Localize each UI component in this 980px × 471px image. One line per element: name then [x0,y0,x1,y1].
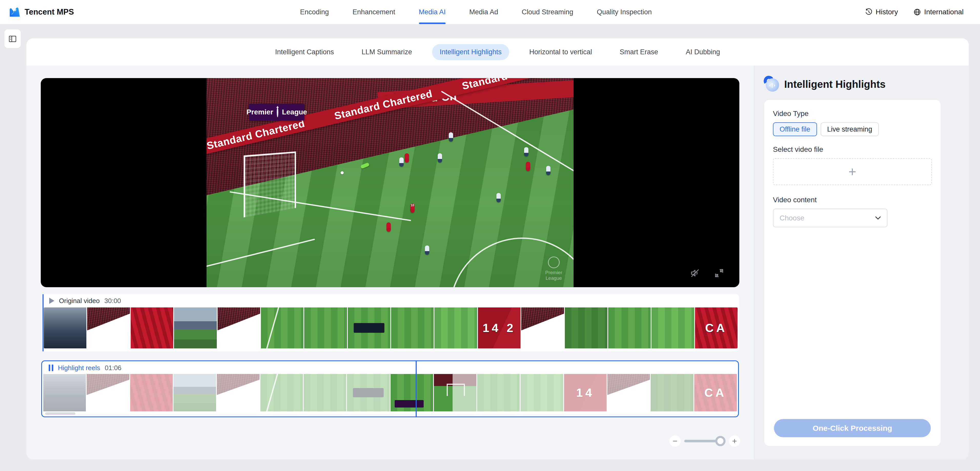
filmstrip-frame-crowd [87,308,130,348]
filmstrip-frame-pitch-line [261,308,304,348]
tab-ai-dubbing[interactable]: AI Dubbing [678,44,728,60]
lion-crest-icon [277,107,278,117]
filmstrip-frame-banner [131,308,173,348]
primary-nav: EncodingEnhancementMedia AIMedia AdCloud… [300,0,652,24]
zoom-slider-thumb[interactable] [715,436,725,446]
player-marker [405,153,409,163]
highlight-track-duration: 01:06 [105,364,121,372]
goal-frame [244,151,296,217]
player-marker [438,153,442,163]
player-marker [524,147,528,156]
player-marker [449,132,453,141]
video-frame: Standard Ch Standard CharteredStandard C… [207,78,574,287]
original-video-track: Original video 30:00 14 2CA [43,294,739,352]
top-navbar: Tencent MPS EncodingEnhancementMedia AIM… [0,0,980,24]
nav-item-media-ad[interactable]: Media Ad [469,0,498,24]
original-track-label: Original video [59,297,100,305]
highlight-track-label: Highlight reels [58,364,100,372]
filmstrip-frame-pitch-light [434,308,477,348]
panel-title: Intelligent Highlights [784,79,886,90]
nav-item-encoding[interactable]: Encoding [300,0,329,24]
player-marker: 10 [410,203,415,213]
intelligent-highlights-icon: ‹|› [764,77,779,92]
horizontal-scrollbar-thumb[interactable] [45,412,75,415]
frame-text: CA [695,308,738,348]
highlight-reels-track[interactable]: Highlight reels 01:06 14CA [41,360,739,417]
navbar-right: History International [865,8,964,16]
original-filmstrip[interactable]: 14 2CA [44,308,738,348]
filmstrip-frame-pitch [304,308,347,348]
original-track-header: Original video 30:00 [43,294,739,308]
zoom-slider-track[interactable] [684,440,725,442]
timeline-zoom-control: − + [670,435,740,447]
upload-dropzone[interactable]: + [773,158,932,185]
locale-label: International [924,8,964,16]
select-placeholder: Choose [780,214,805,222]
filmstrip-frame-pitch-score [391,374,433,411]
filmstrip-frame-pitch-dark [565,308,608,348]
player-marker [387,222,391,232]
filmstrip-frame-pitch [391,308,434,348]
video-type-label: Video Type [773,109,932,118]
one-click-processing-button[interactable]: One-Click Processing [774,419,931,437]
exit-fullscreen-button[interactable] [714,268,724,279]
filmstrip-frame-stadium [44,308,86,348]
filmstrip-frame-scoreboard [348,308,390,348]
filmstrip-frame-banner: CA [695,308,738,348]
highlight-playhead[interactable] [416,360,417,417]
video-type-live-streaming[interactable]: Live streaming [821,122,879,136]
mute-button[interactable] [690,268,700,279]
pause-icon[interactable] [49,365,53,371]
highlight-filmstrip[interactable]: 14CA [43,374,737,411]
zoom-out-button[interactable]: − [670,435,681,447]
original-track-duration: 30:00 [104,297,121,305]
filmstrip-frame-pitch [608,308,651,348]
app-window: Tencent MPS EncodingEnhancementMedia AIM… [0,0,980,471]
tab-llm-summarize[interactable]: LLM Summarize [354,44,420,60]
highlights-form: Video Type Offline fileLive streaming Se… [764,100,940,446]
nav-item-enhancement[interactable]: Enhancement [352,0,395,24]
original-playhead[interactable] [43,294,44,352]
brand-name: Tencent MPS [25,8,74,17]
language-switcher[interactable]: International [913,8,964,16]
filmstrip-frame-crowd [218,308,260,348]
plus-icon: + [848,164,856,179]
sidebar-toggle-button[interactable] [4,29,21,48]
tencent-mps-logo-icon [9,7,21,17]
video-player: Standard Ch Standard CharteredStandard C… [41,78,739,287]
filmstrip-frame-pitch-light [651,308,694,348]
lion-crest-icon [548,257,560,268]
video-type-offline-file[interactable]: Offline file [773,122,817,136]
brand[interactable]: Tencent MPS [9,7,74,17]
premier-league-badge: Premier League [249,104,304,121]
premier-league-watermark: Premier League [545,257,562,281]
highlight-track-header: Highlight reels 01:06 [42,361,738,374]
tab-intelligent-highlights[interactable]: Intelligent Highlights [432,44,509,60]
player-marker [425,246,429,255]
player-marker [526,162,530,171]
zoom-in-button[interactable]: + [729,435,740,447]
filmstrip-frame-crowd [521,308,564,348]
history-button[interactable]: History [865,8,898,16]
video-content-select[interactable]: Choose [773,209,888,227]
player-marker [496,193,501,202]
chevron-down-icon [875,216,881,220]
panel-collapse-icon [9,36,16,42]
nav-item-media-ai[interactable]: Media AI [419,0,445,24]
nav-item-quality-inspection[interactable]: Quality Inspection [597,0,652,24]
panel-header: ‹|› Intelligent Highlights [754,65,969,92]
nav-item-cloud-streaming[interactable]: Cloud Streaming [522,0,573,24]
history-label: History [876,8,898,16]
play-icon[interactable] [49,298,54,304]
player-marker [399,157,404,167]
main-card: Intelligent CaptionsLLM SummarizeIntelli… [26,38,969,460]
history-icon [865,8,873,16]
feature-tabs: Intelligent CaptionsLLM SummarizeIntelli… [26,38,969,65]
ball-marker [340,171,344,174]
select-file-label: Select video file [773,145,932,154]
tab-intelligent-captions[interactable]: Intelligent Captions [267,44,342,60]
tab-horizontal-to-vertical[interactable]: Horizontal to vertical [522,44,600,60]
filmstrip-frame-jersey: 14 2 [478,308,520,348]
video-type-options: Offline fileLive streaming [773,122,932,136]
tab-smart-erase[interactable]: Smart Erase [612,44,666,60]
